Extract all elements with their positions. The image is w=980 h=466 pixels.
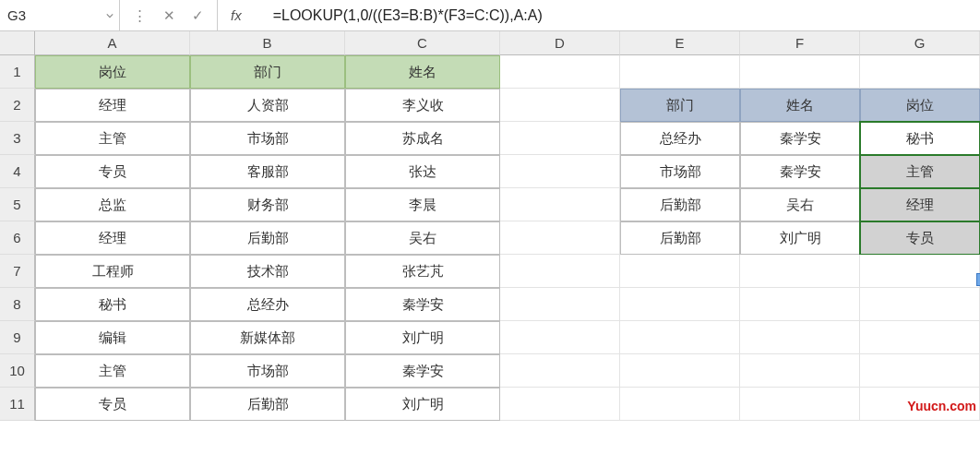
cell[interactable]: 后勤部 — [620, 188, 740, 221]
cell[interactable]: 总经办 — [190, 288, 345, 321]
cell[interactable] — [500, 55, 620, 89]
cell-header[interactable]: 岗位 — [35, 55, 190, 89]
cell[interactable] — [500, 255, 620, 288]
cell[interactable] — [500, 188, 620, 221]
formula-input[interactable]: =LOOKUP(1,0/((E3=B:B)*(F3=C:C)),A:A) — [255, 7, 980, 24]
select-all-corner[interactable] — [0, 31, 35, 55]
row-header[interactable]: 5 — [0, 188, 35, 221]
cell[interactable] — [500, 388, 620, 421]
cell[interactable]: 后勤部 — [190, 221, 345, 255]
cell[interactable]: 总监 — [35, 188, 190, 221]
dropdown-icon[interactable] — [106, 12, 114, 19]
cell[interactable] — [740, 288, 860, 321]
cell[interactable] — [500, 221, 620, 255]
cell[interactable]: 吴右 — [740, 188, 860, 221]
cell[interactable]: 专员 — [35, 388, 190, 421]
row-header[interactable]: 10 — [0, 354, 35, 388]
cell-selected[interactable]: 经理 — [860, 188, 980, 221]
col-header[interactable]: E — [620, 31, 740, 55]
cell[interactable]: 刘广明 — [740, 221, 860, 255]
cell[interactable] — [500, 155, 620, 188]
row-header[interactable]: 3 — [0, 122, 35, 155]
cell[interactable]: 秦学安 — [740, 122, 860, 155]
cell[interactable]: 市场部 — [190, 354, 345, 388]
cell[interactable]: 经理 — [35, 221, 190, 255]
cell[interactable] — [740, 321, 860, 354]
cell[interactable] — [500, 321, 620, 354]
cell[interactable] — [620, 255, 740, 288]
cell[interactable]: 李晨 — [345, 188, 500, 221]
cell-selected[interactable]: 专员 — [860, 221, 980, 255]
cell[interactable] — [500, 89, 620, 122]
cell[interactable]: 苏成名 — [345, 122, 500, 155]
cell[interactable]: 张达 — [345, 155, 500, 188]
cell[interactable] — [860, 288, 980, 321]
cell[interactable] — [860, 354, 980, 388]
cell[interactable] — [620, 288, 740, 321]
col-header[interactable]: F — [740, 31, 860, 55]
cell[interactable] — [740, 354, 860, 388]
cell[interactable]: 总经办 — [620, 122, 740, 155]
cancel-icon[interactable]: ✕ — [163, 7, 175, 24]
cell-header[interactable]: 姓名 — [345, 55, 500, 89]
cell-header[interactable]: 岗位 — [860, 89, 980, 122]
cell[interactable]: 新媒体部 — [190, 321, 345, 354]
side-panel-tab[interactable] — [976, 273, 980, 286]
fx-label[interactable]: fx — [218, 0, 255, 30]
cell[interactable] — [740, 255, 860, 288]
col-header[interactable]: B — [190, 31, 345, 55]
col-header[interactable]: A — [35, 31, 190, 55]
cell[interactable] — [500, 122, 620, 155]
row-header[interactable]: 2 — [0, 89, 35, 122]
accept-icon[interactable]: ✓ — [192, 7, 204, 24]
cell[interactable]: 李义收 — [345, 89, 500, 122]
cell[interactable]: 刘广明 — [345, 321, 500, 354]
cell[interactable]: 秘书 — [35, 288, 190, 321]
cell[interactable] — [620, 321, 740, 354]
cell[interactable]: 市场部 — [620, 155, 740, 188]
col-header[interactable]: C — [345, 31, 500, 55]
cell[interactable] — [860, 388, 980, 421]
row-header[interactable]: 6 — [0, 221, 35, 255]
cell[interactable] — [500, 354, 620, 388]
expand-icon[interactable]: ⋮ — [133, 7, 147, 24]
cell[interactable]: 主管 — [35, 354, 190, 388]
cell[interactable]: 专员 — [35, 155, 190, 188]
cell[interactable] — [740, 388, 860, 421]
cell[interactable] — [620, 354, 740, 388]
cell[interactable]: 人资部 — [190, 89, 345, 122]
row-header[interactable]: 11 — [0, 388, 35, 421]
cell[interactable]: 财务部 — [190, 188, 345, 221]
cell[interactable]: 编辑 — [35, 321, 190, 354]
cell[interactable]: 秦学安 — [740, 155, 860, 188]
name-box[interactable]: G3 — [0, 0, 120, 30]
cell[interactable]: 技术部 — [190, 255, 345, 288]
cell-header[interactable]: 部门 — [620, 89, 740, 122]
cell-selected[interactable]: 主管 — [860, 155, 980, 188]
cell[interactable] — [500, 288, 620, 321]
cell[interactable]: 主管 — [35, 122, 190, 155]
cell[interactable]: 后勤部 — [620, 221, 740, 255]
cell[interactable]: 经理 — [35, 89, 190, 122]
col-header[interactable]: G — [860, 31, 980, 55]
cell[interactable]: 刘广明 — [345, 388, 500, 421]
cell[interactable]: 张艺芃 — [345, 255, 500, 288]
row-header[interactable]: 9 — [0, 321, 35, 354]
cell[interactable]: 秦学安 — [345, 354, 500, 388]
cell[interactable] — [860, 321, 980, 354]
row-header[interactable]: 4 — [0, 155, 35, 188]
cell[interactable] — [620, 388, 740, 421]
cell[interactable]: 客服部 — [190, 155, 345, 188]
cell-header[interactable]: 部门 — [190, 55, 345, 89]
cell[interactable]: 后勤部 — [190, 388, 345, 421]
cell[interactable]: 工程师 — [35, 255, 190, 288]
cell[interactable]: 吴右 — [345, 221, 500, 255]
cell-active[interactable]: 秘书 — [860, 122, 980, 155]
cell[interactable] — [860, 255, 980, 288]
row-header[interactable]: 8 — [0, 288, 35, 321]
cell[interactable] — [740, 55, 860, 89]
cell[interactable] — [620, 55, 740, 89]
cell[interactable]: 秦学安 — [345, 288, 500, 321]
col-header[interactable]: D — [500, 31, 620, 55]
row-header[interactable]: 7 — [0, 255, 35, 288]
